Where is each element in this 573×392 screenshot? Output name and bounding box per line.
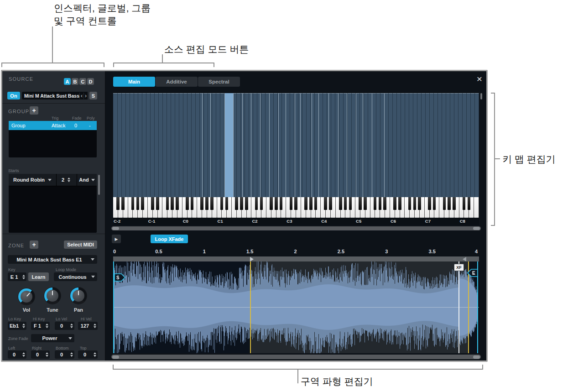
starts-count-stepper[interactable]: 2	[57, 174, 77, 186]
piano-key-black[interactable]	[453, 197, 456, 210]
fade-top-stepper[interactable]: 0	[78, 350, 98, 359]
scrollbar-grip[interactable]	[473, 355, 480, 359]
stepper-arrows-icon[interactable]	[92, 352, 98, 357]
piano-key-black[interactable]	[186, 197, 189, 210]
stepper-arrows-icon[interactable]	[68, 324, 74, 328]
piano-key-black[interactable]	[260, 197, 263, 210]
piano-key-black[interactable]	[191, 197, 194, 210]
loop-range-bar[interactable]	[113, 256, 479, 261]
source-on-button[interactable]: On	[7, 92, 20, 99]
keymap-zone-selected[interactable]	[224, 93, 233, 197]
piano-key-black[interactable]	[294, 197, 297, 210]
play-button[interactable]: ▶	[112, 235, 121, 243]
piano-key-black[interactable]	[364, 197, 367, 210]
next-source-button[interactable]: ›	[83, 93, 88, 99]
starts-op-dropdown[interactable]: And	[77, 174, 97, 186]
piano-key-black[interactable]	[235, 197, 238, 210]
fade-right-stepper[interactable]: 0	[31, 350, 50, 359]
piano-key-black[interactable]	[156, 197, 159, 210]
piano-key-black[interactable]	[116, 197, 120, 210]
key-stepper[interactable]: E 1	[8, 272, 26, 281]
lo-vel-stepper[interactable]: 0	[55, 322, 74, 330]
fade-bottom-stepper[interactable]: 0	[55, 350, 74, 359]
stepper-arrows-icon[interactable]	[21, 324, 26, 328]
loop-end-handle-icon[interactable]	[463, 257, 466, 261]
lo-key-stepper[interactable]: Eb1	[8, 322, 26, 330]
piano-key-black[interactable]	[314, 197, 318, 210]
piano-key-black[interactable]	[359, 197, 362, 210]
close-icon[interactable]: ×	[474, 74, 484, 84]
learn-button[interactable]: Learn	[28, 272, 49, 281]
piano-key-black[interactable]	[374, 197, 377, 210]
piano-key-black[interactable]	[200, 197, 203, 210]
waveform-scrollbar[interactable]	[111, 355, 481, 359]
piano-key-black[interactable]	[240, 197, 243, 210]
piano-key-black[interactable]	[166, 197, 169, 210]
vol-knob[interactable]	[18, 288, 35, 305]
piano-key-black[interactable]	[383, 197, 386, 210]
layer-d-button[interactable]: D	[87, 78, 94, 85]
stepper-arrows-icon[interactable]	[68, 352, 74, 357]
group-row[interactable]: Group Attack 0 -	[9, 121, 97, 130]
sample-end-marker[interactable]: E	[467, 269, 478, 277]
piano-key-black[interactable]	[151, 197, 154, 210]
piano-key-black[interactable]	[393, 197, 396, 210]
stepper-arrows-icon[interactable]	[92, 324, 98, 328]
waveform-editor[interactable]: S XF E	[113, 261, 479, 353]
source-solo-button[interactable]: S	[89, 92, 97, 99]
tab-spectral[interactable]: Spectral	[198, 77, 240, 87]
stepper-arrows-icon[interactable]	[44, 324, 50, 328]
keymap-editor[interactable]	[113, 93, 479, 197]
piano-key-black[interactable]	[428, 197, 431, 210]
hi-vel-stepper[interactable]: 127	[78, 322, 98, 330]
layer-c-button[interactable]: C	[79, 78, 86, 85]
piano-key-black[interactable]	[413, 197, 417, 210]
zone-name-dropdown[interactable]: Mini M Attack Sust Bass E1	[8, 255, 97, 264]
piano-key-black[interactable]	[136, 197, 140, 210]
piano-key-black[interactable]	[398, 197, 401, 210]
piano-key-black[interactable]	[275, 197, 278, 210]
starts-scrollbar[interactable]	[98, 175, 100, 195]
layer-b-button[interactable]: B	[72, 78, 78, 85]
pan-knob[interactable]	[70, 287, 87, 304]
loop-mode-dropdown[interactable]: Continuous	[54, 272, 97, 281]
xfade-marker[interactable]: XF	[454, 264, 464, 271]
prev-source-button[interactable]: ‹	[79, 93, 83, 99]
piano-key-black[interactable]	[176, 197, 179, 210]
piano-keyboard[interactable]	[113, 197, 479, 218]
piano-key-black[interactable]	[433, 197, 436, 210]
scrollbar-grip[interactable]	[112, 355, 119, 359]
starts-mode-dropdown[interactable]: Round Robin	[9, 174, 57, 186]
piano-key-black[interactable]	[468, 197, 471, 210]
piano-key-black[interactable]	[210, 197, 214, 210]
piano-key-black[interactable]	[309, 197, 313, 210]
piano-key-black[interactable]	[463, 197, 466, 210]
piano-key-black[interactable]	[270, 197, 273, 210]
stepper-arrows-icon[interactable]	[21, 352, 26, 357]
piano-key-black[interactable]	[141, 197, 144, 210]
fade-left-stepper[interactable]: 0	[8, 350, 26, 359]
tab-additive[interactable]: Additive	[156, 77, 198, 87]
piano-key-white[interactable]	[474, 197, 479, 218]
loop-xfade-button[interactable]: Loop XFade	[151, 235, 188, 243]
layer-a-button[interactable]: A	[64, 78, 71, 85]
zone-fade-dropdown[interactable]: Power	[31, 334, 74, 342]
loop-start-handle-icon[interactable]	[250, 257, 254, 261]
piano-key-black[interactable]	[349, 197, 352, 210]
piano-key-black[interactable]	[448, 197, 451, 210]
select-midi-button[interactable]: Select MIDI	[64, 240, 97, 249]
sample-start-marker[interactable]: S	[114, 273, 126, 282]
piano-key-black[interactable]	[225, 197, 229, 210]
scrollbar-grip[interactable]	[112, 227, 119, 230]
tune-knob[interactable]	[44, 287, 61, 304]
stepper-arrows-icon[interactable]	[21, 275, 26, 279]
piano-key-black[interactable]	[304, 197, 307, 210]
time-ruler[interactable]: 00.511.522.533.54	[113, 249, 479, 256]
piano-key-black[interactable]	[339, 197, 342, 210]
piano-key-black[interactable]	[344, 197, 347, 210]
xfade-line[interactable]	[458, 261, 459, 353]
piano-key-black[interactable]	[329, 197, 332, 210]
keymap-scrollbar[interactable]	[111, 226, 481, 230]
piano-key-black[interactable]	[171, 197, 174, 210]
piano-key-black[interactable]	[408, 197, 412, 210]
